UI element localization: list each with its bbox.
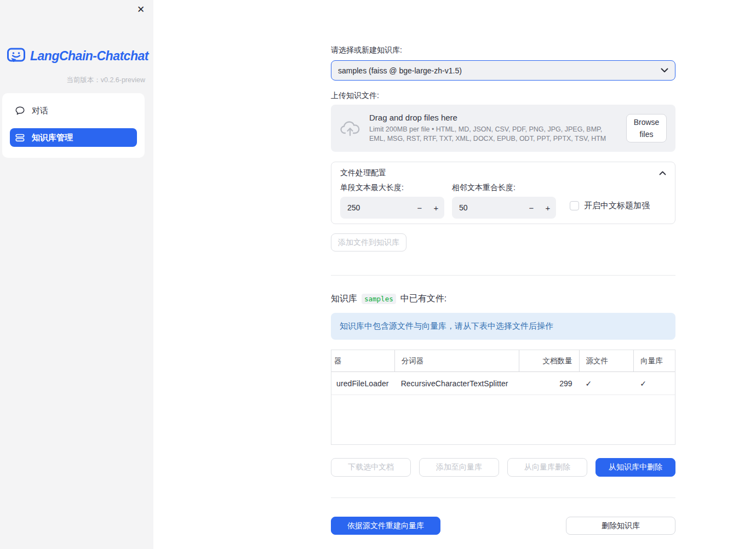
sidebar-item-dialogue[interactable]: 对话 <box>10 101 137 121</box>
col-vectorstore-header: 向量库 <box>633 350 675 371</box>
dropzone-limit-text: Limit 200MB per file • HTML, MD, JSON, C… <box>369 125 617 144</box>
zh-title-enhance-group: 开启中文标题加强 <box>570 201 650 211</box>
cell-vectorstore-check: ✓ <box>633 372 675 394</box>
kb-name-code: samples <box>362 294 396 304</box>
table-header-row: 器 分词器 文档数量 源文件 向量库 <box>331 350 675 372</box>
col-loader-header: 器 <box>331 350 394 371</box>
kb-selected-value: samples (faiss @ bge-large-zh-v1.5) <box>338 66 661 75</box>
overlap-minus-button[interactable]: − <box>523 203 540 213</box>
main-content: 请选择或新建知识库: samples (faiss @ bge-large-zh… <box>331 0 675 535</box>
kb-files-suffix: 中已有文件: <box>400 293 446 305</box>
checkmark-icon: ✓ <box>640 379 646 388</box>
sidebar-item-label: 知识库管理 <box>32 132 73 143</box>
delete-kb-button[interactable]: 删除知识库 <box>566 517 675 535</box>
cell-loader: uredFileLoader <box>331 372 394 394</box>
expander-body: 单段文本最大长度: 250 − + 相邻文本重合长度: 50 − + 开启中文标… <box>331 178 675 219</box>
col-splitter-header-text: 分词器 <box>402 356 424 366</box>
kb-select-dropdown[interactable]: samples (faiss @ bge-large-zh-v1.5) <box>331 60 675 81</box>
dropzone-texts: Drag and drop files here Limit 200MB per… <box>369 113 617 144</box>
file-dropzone[interactable]: Drag and drop files here Limit 200MB per… <box>331 105 675 152</box>
chunk-size-group: 单段文本最大长度: 250 − + <box>340 183 444 219</box>
version-text: 当前版本：v0.2.6-preview <box>66 76 145 85</box>
overlap-size-group: 相邻文本重合长度: 50 − + <box>452 183 556 219</box>
col-vectorstore-header-text: 向量库 <box>640 356 663 366</box>
expander-title: 文件处理配置 <box>340 168 386 178</box>
chat-bubble-icon <box>15 106 25 115</box>
brand-name: LangChain-Chatchat <box>30 49 148 64</box>
kb-files-heading: 知识库 samples 中已有文件: <box>331 293 675 305</box>
chevron-up-icon <box>659 171 666 175</box>
col-sourcefile-header: 源文件 <box>579 350 634 371</box>
divider <box>331 275 675 276</box>
chunk-size-input[interactable]: 250 − + <box>340 197 444 219</box>
chunk-plus-button[interactable]: + <box>428 203 444 213</box>
col-sourcefile-header-text: 源文件 <box>586 356 609 366</box>
delete-from-kb-button[interactable]: 从知识库中删除 <box>595 458 675 477</box>
upload-label: 上传知识文件: <box>331 91 675 101</box>
cell-sourcefile-check: ✓ <box>579 372 634 394</box>
stacked-list-icon <box>15 134 25 142</box>
version-value: v0.2.6-preview <box>101 76 145 84</box>
file-config-expander: 文件处理配置 单段文本最大长度: 250 − + 相邻文本重合长度: 50 <box>331 162 675 224</box>
version-label: 当前版本： <box>66 76 101 84</box>
add-to-vectorstore-button[interactable]: 添加至向量库 <box>419 458 499 477</box>
chat-smiley-logo-icon <box>7 47 26 65</box>
rebuild-vectorstore-button[interactable]: 依据源文件重建向量库 <box>331 517 440 535</box>
col-splitter-header: 分词器 <box>394 350 519 371</box>
sidebar-close-icon[interactable]: ✕ <box>135 3 147 15</box>
kb-files-prefix: 知识库 <box>331 293 357 305</box>
cloud-upload-icon <box>340 120 360 136</box>
col-loader-header-text: 器 <box>334 356 342 366</box>
kb-files-table[interactable]: 器 分词器 文档数量 源文件 向量库 uredFileLoader Recurs… <box>331 350 675 445</box>
sidebar: ✕ LangChain-Chatchat 当前版本：v0.2.6-preview… <box>0 0 153 549</box>
checkmark-icon: ✓ <box>586 379 592 388</box>
cell-doccount: 299 <box>519 372 579 394</box>
chunk-minus-button[interactable]: − <box>411 203 428 213</box>
info-alert: 知识库中包含源文件与向量库，请从下表中选择文件后操作 <box>331 313 675 340</box>
info-alert-text: 知识库中包含源文件与向量库，请从下表中选择文件后操作 <box>340 321 553 331</box>
kb-select-label: 请选择或新建知识库: <box>331 45 675 55</box>
col-doccount-header-text: 文档数量 <box>543 356 572 366</box>
overlap-size-input[interactable]: 50 − + <box>452 197 556 219</box>
table-row[interactable]: uredFileLoader RecursiveCharacterTextSpl… <box>331 372 675 395</box>
cell-loader-text: uredFileLoader <box>336 379 389 388</box>
cell-doccount-text: 299 <box>559 379 572 388</box>
kb-level-actions-row: 依据源文件重建向量库 删除知识库 <box>331 517 675 535</box>
overlap-size-label: 相邻文本重合长度: <box>452 183 556 193</box>
file-actions-row: 下载选中文档 添加至向量库 从向量库删除 从知识库中删除 <box>331 458 675 477</box>
divider <box>331 497 675 498</box>
overlap-plus-button[interactable]: + <box>540 203 556 213</box>
chevron-down-icon <box>661 68 668 73</box>
sidebar-item-kb-management[interactable]: 知识库管理 <box>10 128 137 147</box>
overlap-size-value[interactable]: 50 <box>452 203 523 212</box>
zh-title-enhance-checkbox[interactable] <box>570 201 579 210</box>
chunk-size-value[interactable]: 250 <box>340 203 411 212</box>
add-files-to-kb-button[interactable]: 添加文件到知识库 <box>331 233 406 251</box>
expander-header[interactable]: 文件处理配置 <box>331 162 675 178</box>
browse-files-button[interactable]: Browse files <box>626 114 667 142</box>
col-doccount-header: 文档数量 <box>519 350 579 371</box>
zh-title-enhance-label: 开启中文标题加强 <box>584 201 650 211</box>
sidebar-menu-card: 对话 知识库管理 <box>2 93 145 158</box>
delete-from-vectorstore-button[interactable]: 从向量库删除 <box>507 458 587 477</box>
cell-splitter-text: RecursiveCharacterTextSplitter <box>401 379 508 388</box>
cell-splitter: RecursiveCharacterTextSplitter <box>394 372 519 394</box>
sidebar-item-label: 对话 <box>32 105 48 116</box>
download-selected-button[interactable]: 下载选中文档 <box>331 458 411 477</box>
chunk-size-label: 单段文本最大长度: <box>340 183 444 193</box>
brand-logo: LangChain-Chatchat <box>7 47 148 65</box>
dropzone-title: Drag and drop files here <box>369 113 617 122</box>
